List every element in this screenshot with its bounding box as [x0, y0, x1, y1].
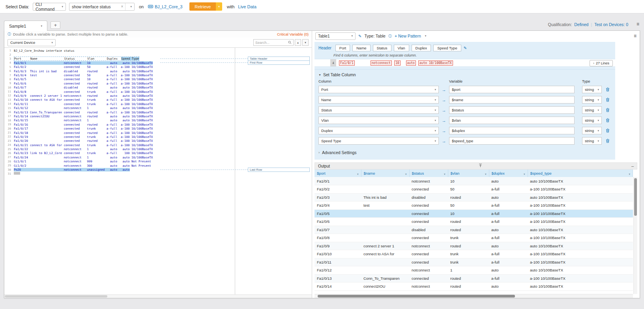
output-column-header[interactable]: $speed_type▾: [528, 170, 633, 177]
table-row[interactable]: Fa1/0/12notconnect1autoauto 10/100BaseTX: [315, 266, 633, 275]
delete-column-button[interactable]: [606, 98, 610, 102]
variable-input[interactable]: $name: [449, 96, 575, 104]
export-icon[interactable]: [330, 164, 631, 168]
code-line[interactable]: 14Fa1/0/11 connected trunk a-full a-100 …: [4, 102, 235, 106]
table-row[interactable]: Fa1/0/10connect to ASA forconnectedtrunk…: [315, 250, 633, 258]
table-row[interactable]: Fa1/0/1notconnect10autoauto 10/100BaseTX: [315, 177, 633, 185]
delete-column-button[interactable]: [606, 108, 610, 112]
live-data-link[interactable]: Live Data: [238, 4, 256, 9]
code-line[interactable]: 15Fa1/0/12 notconnect 1 auto auto 10/100…: [4, 106, 235, 110]
table-row[interactable]: Fa1/0/9connect 2 server 1notconnectroute…: [315, 242, 633, 250]
output-vertical-scrollbar[interactable]: [633, 177, 637, 294]
code-line[interactable]: 1BJ_L2_Core_3>show interface status: [4, 49, 235, 53]
column-select[interactable]: Speed Type▾: [318, 137, 439, 145]
delete-column-button[interactable]: [606, 128, 610, 133]
column-select[interactable]: Vlan▾: [318, 117, 439, 124]
advanced-settings-toggle[interactable]: › Advanced Settings: [315, 146, 615, 159]
sample-token[interactable]: auto: [406, 60, 416, 66]
code-line[interactable]: 29Gi1/0/2 notconnect 300 auto auto Not P…: [4, 164, 235, 168]
code-line[interactable]: 25Fa1/0/22 notconnect 1 auto auto 10/100…: [4, 147, 235, 151]
variable-input[interactable]: $speed_type: [449, 137, 575, 145]
code-line[interactable]: 13Fa1/0/10 connect to ASA for connected …: [4, 98, 235, 102]
device-scope-select[interactable]: Current Device ▾: [7, 39, 56, 46]
table-row[interactable]: Fa1/0/8connectedtrunka-fulla-100 10/100B…: [315, 234, 633, 242]
type-select[interactable]: string▾: [582, 106, 602, 114]
set-table-column-header[interactable]: ▼ Set Table Column: [315, 70, 615, 79]
retrieve-dropdown[interactable]: ▾: [216, 2, 222, 11]
table-row[interactable]: Fa1/0/7disabledroutedautoauto 10/100Base…: [315, 226, 633, 234]
annotation-first-row[interactable]: First Row: [248, 60, 310, 65]
table-row[interactable]: Fa1/0/4testconnected50a-fulla-100 10/100…: [315, 202, 633, 210]
code-line[interactable]: 22Fa1/0/19 connected trunk a-full a-100 …: [4, 135, 235, 139]
sample-token[interactable]: notconnect: [371, 60, 392, 66]
output-column-header[interactable]: $status▾: [409, 170, 448, 177]
retrieve-button[interactable]: Retrieve: [189, 2, 216, 11]
code-line[interactable]: 7Fa1/0/4 test connected 50 a-full a-100 …: [4, 73, 235, 77]
add-sample-tab-button[interactable]: +: [51, 21, 60, 29]
code-line[interactable]: 12Fa1/0/9 connect 2 server 1 notconnect …: [4, 94, 235, 98]
type-select[interactable]: string▾: [582, 96, 602, 104]
annotation-last-row[interactable]: Last Row: [248, 168, 310, 172]
table-row[interactable]: Fa1/0/13Conn_To_Transparenconnectedroute…: [315, 274, 633, 283]
table-row[interactable]: Fa1/0/3This int is baddisabledroutedauto…: [315, 193, 633, 202]
output-column-header[interactable]: $vlan▾: [448, 170, 489, 177]
code-line[interactable]: 31: [4, 172, 235, 176]
code-line[interactable]: 28Gi1/0/1 notconnect 999 auto auto Not P…: [4, 160, 235, 164]
lines-expand-button[interactable]: › 27 Lines: [590, 60, 613, 66]
output-column-header[interactable]: $name▾: [361, 170, 409, 177]
code-line[interactable]: 26Fa1/0/23 link to BJ_L2_Core connected …: [4, 151, 235, 155]
scrollbar-thumb[interactable]: [634, 178, 637, 216]
sample-token[interactable]: 10: [394, 60, 401, 66]
header-column-chip[interactable]: Name: [352, 45, 370, 51]
code-line[interactable]: 17Fa1/0/14 connect2IOU notconnect routed…: [4, 114, 235, 118]
tabbar-menu-icon[interactable]: ≡: [637, 21, 639, 27]
code-line[interactable]: 16Fa1/0/13 Conn_To_Transparen connected …: [4, 110, 235, 114]
find-next-button[interactable]: ▼: [302, 39, 309, 46]
code-line[interactable]: 24Fa1/0/21 connect to ASA for connected …: [4, 143, 235, 147]
pattern-select[interactable]: Table1 ▾: [315, 32, 356, 40]
command-input[interactable]: show interface status × ▾: [69, 3, 135, 11]
variable-input[interactable]: $status: [449, 106, 575, 114]
column-select[interactable]: Port▾: [318, 86, 439, 93]
type-select[interactable]: string▾: [582, 117, 602, 124]
column-select[interactable]: Name▾: [318, 96, 439, 104]
code-line[interactable]: 10Fa1/0/7 disabled routed auto auto 10/1…: [4, 86, 235, 90]
sample-line-row[interactable]: 4 Fa1/0/1notconnect10autoauto 10/100Base…: [315, 59, 615, 67]
table-row[interactable]: Fa1/0/2connected50a-fulla-100 10/100Base…: [315, 185, 633, 194]
code-line[interactable]: 27Fa1/0/24 notconnect 1 auto auto 10/100…: [4, 155, 235, 159]
command-history-dropdown[interactable]: ▾: [125, 3, 134, 10]
new-pattern-link[interactable]: + New Pattern ▾: [395, 34, 426, 38]
tab-sample1[interactable]: Sample1 ▾: [4, 21, 47, 31]
table-row[interactable]: Fa1/0/5connected10a-fulla-100 10/100Base…: [315, 209, 633, 218]
code-line[interactable]: 11Fa1/0/8 connected trunk a-full a-100 1…: [4, 90, 235, 94]
variable-input[interactable]: $vlan: [449, 117, 575, 124]
scrollbar-thumb[interactable]: [318, 295, 515, 298]
header-column-chip[interactable]: Speed Type: [433, 45, 461, 51]
output-column-header[interactable]: $port▾: [315, 170, 361, 177]
type-select[interactable]: string▾: [582, 86, 602, 93]
code-line[interactable]: 8Fa1/0/5 connected 10 a-full a-100 10/10…: [4, 77, 235, 81]
variable-input[interactable]: $duplex: [449, 127, 575, 134]
annotation-table-header[interactable]: Table Header: [248, 57, 310, 61]
test-on-devices-link[interactable]: Test on Devices: 0: [594, 22, 628, 27]
clear-icon[interactable]: ×: [119, 4, 125, 9]
edit-header-icon[interactable]: ✎: [464, 46, 467, 50]
code-line[interactable]: 9Fa1/0/6 connected routed a-full a-100 1…: [4, 81, 235, 85]
delete-column-button[interactable]: [606, 139, 610, 143]
code-line[interactable]: 21Fa1/0/18 connected routed a-full a-100…: [4, 131, 235, 135]
editor-horizontal-scrollbar[interactable]: [4, 294, 312, 298]
search-input[interactable]: Search...: [253, 39, 294, 46]
code-line[interactable]: 4Fa1/0/1 notconnect 10 auto auto 10/100B…: [4, 61, 235, 65]
code-line[interactable]: 2: [4, 53, 235, 57]
code-line[interactable]: 6Fa1/0/3 This int is bad disabled routed…: [4, 69, 235, 73]
column-select[interactable]: Status▾: [318, 106, 439, 114]
table-row[interactable]: Fa1/0/14connect2IOUnotconnectroutedautoa…: [315, 283, 633, 291]
find-previous-button[interactable]: ▲: [295, 39, 301, 46]
edit-pattern-icon[interactable]: ✎: [358, 34, 361, 38]
code-line[interactable]: 23Fa1/0/20 connected routed a-full a-100…: [4, 139, 235, 143]
collapse-icon[interactable]: –: [631, 164, 634, 168]
code-line[interactable]: 30Po20 notconnect unassigned auto auto: [4, 168, 235, 171]
header-column-chip[interactable]: Status: [373, 45, 391, 51]
header-column-chip[interactable]: Port: [335, 45, 350, 51]
type-select[interactable]: string▾: [582, 127, 602, 134]
